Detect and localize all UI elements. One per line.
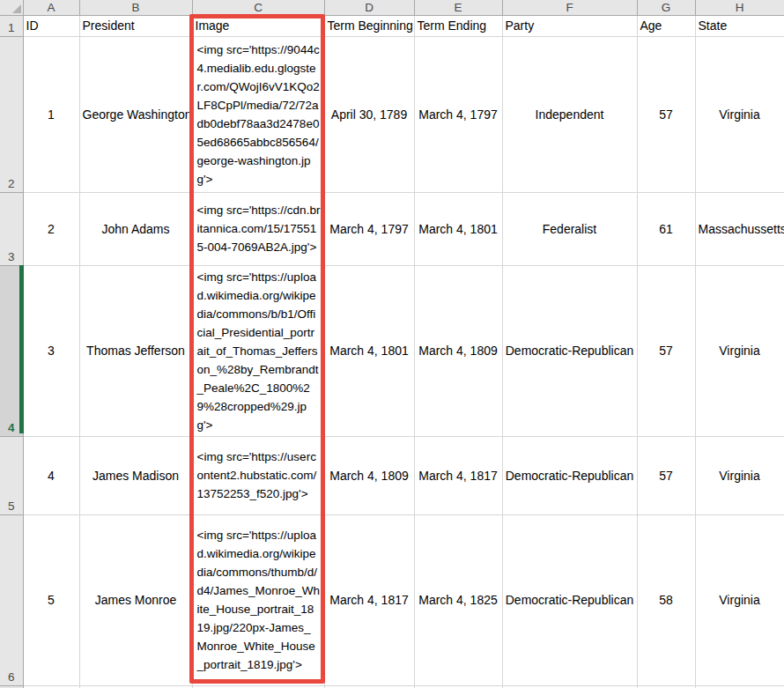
cell-g4[interactable]: 57	[637, 265, 695, 436]
sheet-row-2: 2 1 George Washington <img src='https://…	[0, 36, 784, 192]
cell-f6[interactable]: Democratic-Republican	[502, 514, 637, 685]
cell-a4[interactable]: 3	[23, 265, 79, 436]
row-header-5[interactable]: 5	[0, 436, 23, 514]
cell-h2[interactable]: Virginia	[695, 36, 784, 192]
cell-a3[interactable]: 2	[23, 192, 79, 265]
cell-c5[interactable]: <img src='https://usercontent2.hubstatic…	[192, 436, 324, 514]
cell-d2[interactable]: April 30, 1789	[324, 36, 414, 192]
cell-b3[interactable]: John Adams	[79, 192, 192, 265]
cell-b5[interactable]: James Madison	[79, 436, 192, 514]
column-header-c[interactable]: C	[192, 0, 324, 15]
cell-b1[interactable]: President	[79, 15, 192, 36]
active-row-accent	[19, 265, 24, 433]
sheet-row-5: 5 4 James Madison <img src='https://user…	[0, 436, 784, 514]
cell-e3[interactable]: March 4, 1801	[414, 192, 502, 265]
cell-a5[interactable]: 4	[23, 436, 79, 514]
cell-e4[interactable]: March 4, 1809	[414, 265, 502, 436]
column-header-e[interactable]: E	[414, 0, 502, 15]
column-header-f[interactable]: F	[502, 0, 637, 15]
cell-d4[interactable]: March 4, 1801	[324, 265, 414, 436]
row-header-3[interactable]: 3	[0, 192, 23, 265]
cell-h1[interactable]: State	[695, 15, 784, 36]
row-header-6[interactable]: 6	[0, 514, 23, 685]
cell-e1[interactable]: Term Ending	[414, 15, 502, 36]
cell-d5[interactable]: March 4, 1809	[324, 436, 414, 514]
cell-f4[interactable]: Democratic-Republican	[502, 265, 637, 436]
cell-d1[interactable]: Term Beginning	[324, 15, 414, 36]
cell-b4[interactable]: Thomas Jefferson	[79, 265, 192, 436]
cell-c1[interactable]: Image	[192, 15, 324, 36]
cell-a1[interactable]: ID	[23, 15, 79, 36]
cell-e2[interactable]: March 4, 1797	[414, 36, 502, 192]
sheet-row-4: 4 3 Thomas Jefferson <img src='https://u…	[0, 265, 784, 436]
cell-e6[interactable]: March 4, 1825	[414, 514, 502, 685]
cell-a6[interactable]: 5	[23, 514, 79, 685]
row-header-2[interactable]: 2	[0, 36, 23, 192]
cell-g6[interactable]: 58	[637, 514, 695, 685]
select-all-corner[interactable]	[0, 0, 23, 15]
cell-a2[interactable]: 1	[23, 36, 79, 192]
cell-h5[interactable]: Virginia	[695, 436, 784, 514]
cell-f3[interactable]: Federalist	[502, 192, 637, 265]
cell-d3[interactable]: March 4, 1797	[324, 192, 414, 265]
cell-h4[interactable]: Virginia	[695, 265, 784, 436]
cell-f2[interactable]: Independent	[502, 36, 637, 192]
cell-e5[interactable]: March 4, 1817	[414, 436, 502, 514]
cell-f1[interactable]: Party	[502, 15, 637, 36]
cell-c4[interactable]: <img src='https://upload.wikimedia.org/w…	[192, 265, 324, 436]
cell-c6[interactable]: <img src='https://upload.wikimedia.org/w…	[192, 514, 324, 685]
select-all-triangle-icon	[12, 4, 21, 13]
cell-b2[interactable]: George Washington	[79, 36, 192, 192]
column-header-d[interactable]: D	[324, 0, 414, 15]
cell-g2[interactable]: 57	[637, 36, 695, 192]
cell-g1[interactable]: Age	[637, 15, 695, 36]
cell-h6[interactable]: Virginia	[695, 514, 784, 685]
cell-g5[interactable]: 57	[637, 436, 695, 514]
cell-b6[interactable]: James Monroe	[79, 514, 192, 685]
cell-d6[interactable]: March 4, 1817	[324, 514, 414, 685]
sheet-row-6: 6 5 James Monroe <img src='https://uploa…	[0, 514, 784, 685]
cell-c3[interactable]: <img src='https://cdn.britannica.com/15/…	[192, 192, 324, 265]
cell-f5[interactable]: Democratic-Republican	[502, 436, 637, 514]
column-header-g[interactable]: G	[637, 0, 695, 15]
cell-g3[interactable]: 61	[637, 192, 695, 265]
column-header-row: A B C D E F G H	[0, 0, 784, 15]
column-header-b[interactable]: B	[79, 0, 192, 15]
sheet-row-1: 1 ID President Image Term Beginning Term…	[0, 15, 784, 36]
cell-h3[interactable]: Massachussetts	[695, 192, 784, 265]
column-header-h[interactable]: H	[695, 0, 784, 15]
sheet-row-3: 3 2 John Adams <img src='https://cdn.bri…	[0, 192, 784, 265]
column-header-a[interactable]: A	[23, 0, 79, 15]
cell-c2[interactable]: <img src='https://9044c4.medialib.edu.gl…	[192, 36, 324, 192]
spreadsheet-grid: A B C D E F G H 1 ID President Image Ter…	[0, 0, 784, 688]
spreadsheet-viewport: A B C D E F G H 1 ID President Image Ter…	[0, 0, 784, 688]
row-header-1[interactable]: 1	[0, 15, 23, 36]
